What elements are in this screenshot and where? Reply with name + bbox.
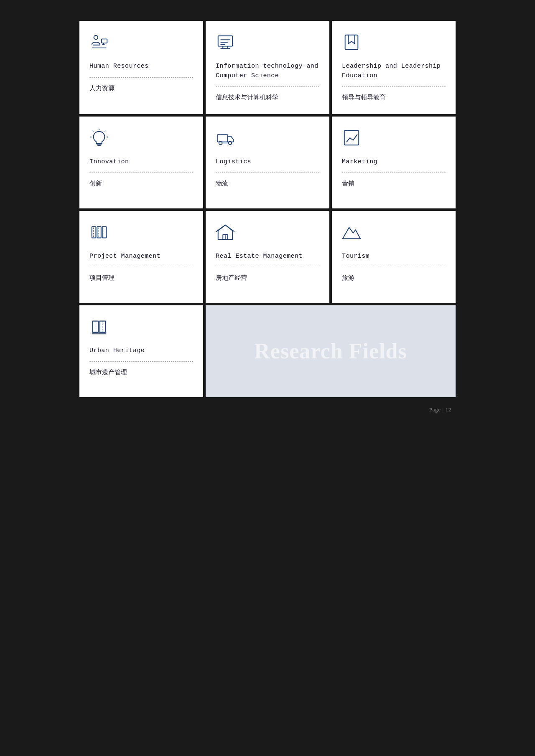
svg-rect-27 [102,226,107,238]
card-divider [342,267,446,267]
svg-rect-1 [93,45,100,46]
svg-point-0 [94,36,98,40]
page-footer: Page | 12 [79,406,456,413]
card-innovation[interactable]: Innovation 创新 [79,117,203,208]
svg-rect-24 [344,130,359,145]
svg-rect-26 [97,226,101,238]
svg-line-16 [93,130,94,131]
card-title-zh: 信息技术与计算机科学 [216,93,319,102]
card-title-en: Real Estate Management [216,252,319,261]
card-project-management[interactable]: Project Management 项目管理 [79,211,203,303]
monitor-lines-icon [216,33,319,53]
card-title-en: Information technology and Computer Scie… [216,62,319,81]
house-icon [216,223,319,244]
card-title-zh: 物流 [216,179,319,188]
card-title-en: Marketing [342,157,446,167]
svg-rect-12 [345,35,358,50]
card-title-en: Tourism [342,252,446,261]
card-divider [89,77,193,78]
svg-rect-25 [92,226,96,238]
card-it-computer-science[interactable]: Information technology and Computer Scie… [206,21,329,114]
card-title-zh: 城市遗产管理 [89,368,193,377]
last-row: Urban Heritage 城市遗产管理 Research Fields [79,305,456,397]
mountains-icon [342,223,446,244]
card-title-en: Leadership and Leadership Education [342,62,446,81]
card-divider [216,267,319,267]
card-divider [342,86,446,87]
svg-rect-35 [100,321,105,332]
card-title-zh: 人力资源 [89,84,193,93]
books-icon [89,223,193,244]
card-title-en: Urban Heritage [89,346,193,356]
page-number: Page | 12 [429,406,451,413]
card-logistics[interactable]: Logistics 物流 [206,117,329,208]
card-title-en: Innovation [89,157,193,167]
chart-line-icon [342,128,446,149]
card-divider [342,173,446,173]
svg-rect-34 [93,321,98,332]
card-leadership[interactable]: Leadership and Leadership Education 领导与领… [332,21,456,114]
svg-line-18 [104,130,105,131]
card-marketing[interactable]: Marketing 营销 [332,117,456,208]
card-title-zh: 旅游 [342,273,446,283]
card-divider [89,361,193,362]
person-desk-icon [89,33,193,53]
lightbulb-icon [89,128,193,149]
card-title-zh: 房地产经营 [216,273,319,283]
card-title-zh: 项目管理 [89,273,193,283]
card-human-resources[interactable]: Human Resources 人力资源 [79,21,203,114]
research-fields-banner: Research Fields [206,305,456,397]
page: Human Resources 人力资源 Information technol… [67,0,468,438]
card-tourism[interactable]: Tourism 旅游 [332,211,456,303]
card-urban-heritage[interactable]: Urban Heritage 城市遗产管理 [79,305,203,397]
card-title-zh: 营销 [342,179,446,188]
svg-rect-2 [102,39,107,43]
card-title-zh: 创新 [89,179,193,188]
card-title-en: Project Management [89,252,193,261]
svg-rect-20 [217,134,228,142]
row-2: Innovation 创新 Logistics 物流 [79,117,456,208]
card-title-en: Human Resources [89,62,193,71]
card-divider [89,173,193,173]
truck-icon [216,128,319,149]
book-bookmark-icon [342,33,446,53]
row-1: Human Resources 人力资源 Information technol… [79,21,456,114]
card-divider [89,267,193,267]
card-title-en: Logistics [216,157,319,167]
research-fields-text: Research Fields [254,339,407,363]
card-divider [216,173,319,173]
building-columns-icon [89,317,193,338]
card-title-zh: 领导与领导教育 [342,93,446,102]
card-divider [216,86,319,87]
row-3: Project Management 项目管理 Real Estate Mana… [79,211,456,303]
card-real-estate[interactable]: Real Estate Management 房地产经营 [206,211,329,303]
